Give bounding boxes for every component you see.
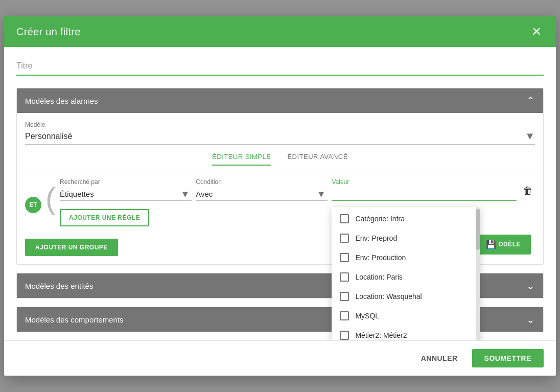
- section-alarmes-body: Modèle Personnalisé ▼ ÉDITEUR SIMPLE ÉDI…: [17, 113, 543, 264]
- recherche-select[interactable]: Étiquettes Nom Statut: [60, 188, 192, 201]
- chevron-down-icon-entites: ⌄: [526, 280, 535, 292]
- condition-field: Condition Avec Sans Est ▼: [196, 178, 328, 201]
- condition-label: Condition: [196, 178, 328, 186]
- modal-footer: ANNULER SOUMETTRE: [4, 340, 556, 376]
- list-item[interactable]: Catégorie: Infra: [332, 209, 480, 228]
- section-alarmes-title: Modèles des alarmes: [25, 97, 98, 105]
- item-label: MySQL: [355, 312, 379, 320]
- chevron-down-icon-comportements: ⌄: [526, 313, 535, 326]
- condition-select-wrap: Avec Sans Est ▼: [196, 188, 328, 201]
- checkbox-envprod[interactable]: [340, 253, 349, 262]
- checkbox-envpreprod[interactable]: [340, 234, 349, 243]
- save-model-icon: 💾: [486, 240, 497, 249]
- checkbox-locparis[interactable]: [340, 272, 349, 282]
- section-comportements-title: Modèles des comportements: [25, 315, 124, 324]
- checkbox-catinfra[interactable]: [340, 214, 349, 223]
- tab-editeur-simple[interactable]: ÉDITEUR SIMPLE: [212, 153, 271, 166]
- rule-row: ET ( Recherché par Étiquettes: [25, 178, 535, 226]
- item-label: Env: Preprod: [355, 234, 397, 242]
- condition-select[interactable]: Avec Sans Est: [196, 188, 328, 201]
- modal: Créer un filtre ✕ Modèles des alarmes ⌃ …: [4, 16, 556, 376]
- editor-tabs: ÉDITEUR SIMPLE ÉDITEUR AVANCÉ: [25, 145, 535, 170]
- list-item[interactable]: Env: Production: [332, 248, 480, 267]
- bracket-icon: (: [45, 183, 56, 214]
- list-item[interactable]: Métier2: Métier2: [332, 326, 480, 340]
- modal-header: Créer un filtre ✕: [4, 16, 556, 47]
- list-item[interactable]: MySQL: [332, 306, 480, 326]
- checkbox-locwasquehal[interactable]: [340, 292, 349, 301]
- valeur-label: Valeur: [332, 178, 517, 186]
- modal-body: Modèles des alarmes ⌃ Modèle Personnalis…: [4, 47, 556, 340]
- add-group-button[interactable]: AJOUTER UN GROUPE: [25, 239, 118, 256]
- recherche-field: Recherché par Étiquettes Nom Statut ▼: [60, 178, 192, 201]
- valeur-field: Valeur Ca: [332, 178, 517, 201]
- scrollbar[interactable]: [476, 207, 480, 340]
- section-alarmes: Modèles des alarmes ⌃ Modèle Personnalis…: [16, 88, 544, 265]
- recherche-label: Recherché par: [60, 178, 192, 186]
- list-item[interactable]: Location: Paris: [332, 267, 480, 287]
- item-label: Location: Wasquehal: [355, 292, 422, 301]
- section-alarmes-header[interactable]: Modèles des alarmes ⌃: [17, 88, 543, 113]
- item-label: Catégorie: Infra: [355, 215, 405, 223]
- modele-label: Modèle: [25, 121, 535, 128]
- modele-select-wrap: Personnalisé ▼: [25, 130, 535, 145]
- recherche-select-wrap: Étiquettes Nom Statut ▼: [60, 188, 192, 201]
- modele-select[interactable]: Personnalisé: [25, 132, 525, 141]
- close-button[interactable]: ✕: [529, 24, 544, 40]
- modele-field: Modèle Personnalisé ▼: [25, 121, 535, 145]
- cancel-button[interactable]: ANNULER: [413, 350, 466, 366]
- submit-button[interactable]: SOUMETTRE: [472, 349, 544, 367]
- delete-rule-button[interactable]: 🗑: [521, 183, 535, 199]
- valeur-dropdown: Catégorie: Infra Env: Preprod: [332, 207, 480, 340]
- modal-title: Créer un filtre: [16, 26, 81, 38]
- item-label: Location: Paris: [355, 273, 403, 281]
- et-badge: ET: [25, 197, 41, 213]
- section-entites-title: Modèles des entités: [25, 282, 93, 290]
- titre-input[interactable]: [16, 59, 544, 76]
- item-label: Env: Production: [355, 253, 406, 262]
- rule-fields: Recherché par Étiquettes Nom Statut ▼: [60, 178, 535, 201]
- checkbox-metier2[interactable]: [340, 331, 349, 340]
- checkbox-mysql[interactable]: [340, 311, 349, 320]
- save-model-label: ODÈLE: [498, 241, 521, 248]
- list-item[interactable]: Location: Wasquehal: [332, 287, 480, 306]
- modele-arrow-icon: ▼: [525, 130, 535, 142]
- scrollbar-thumb: [476, 209, 480, 250]
- modal-overlay: Créer un filtre ✕ Modèles des alarmes ⌃ …: [0, 0, 560, 392]
- tab-editeur-avance[interactable]: ÉDITEUR AVANCÉ: [287, 153, 347, 166]
- chevron-up-icon: ⌃: [526, 95, 535, 107]
- add-rule-button[interactable]: AJOUTER UNE RÈGLE: [60, 209, 149, 226]
- rule-content: Recherché par Étiquettes Nom Statut ▼: [60, 178, 535, 226]
- save-model-button[interactable]: 💾 ODÈLE: [476, 235, 531, 255]
- item-label: Métier2: Métier2: [355, 331, 407, 339]
- list-item[interactable]: Env: Preprod: [332, 228, 480, 248]
- dropdown-list: Catégorie: Infra Env: Preprod: [332, 207, 480, 340]
